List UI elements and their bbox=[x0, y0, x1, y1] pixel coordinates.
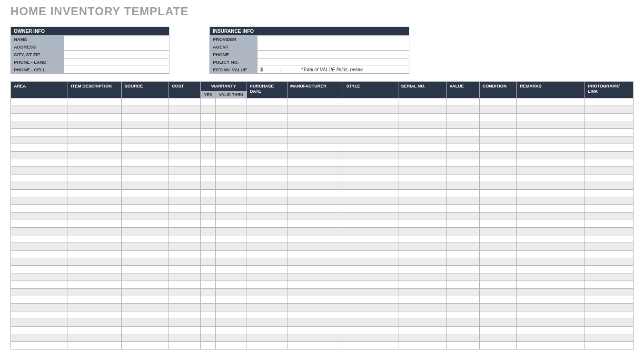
table-cell[interactable] bbox=[343, 341, 398, 349]
table-cell[interactable] bbox=[121, 212, 168, 220]
table-cell[interactable] bbox=[343, 212, 398, 220]
table-cell[interactable] bbox=[216, 296, 247, 303]
table-cell[interactable] bbox=[247, 128, 287, 136]
table-cell[interactable] bbox=[517, 166, 585, 174]
table-cell[interactable] bbox=[398, 281, 446, 288]
table-cell[interactable] bbox=[121, 144, 168, 151]
table-cell[interactable] bbox=[446, 98, 479, 106]
table-cell[interactable] bbox=[343, 128, 398, 136]
table-cell[interactable] bbox=[446, 220, 479, 227]
table-cell[interactable] bbox=[216, 189, 247, 197]
table-cell[interactable] bbox=[517, 136, 585, 144]
table-cell[interactable] bbox=[247, 311, 287, 319]
table-cell[interactable] bbox=[68, 288, 121, 296]
table-cell[interactable] bbox=[216, 212, 247, 220]
ins-agent-value[interactable] bbox=[258, 43, 409, 51]
table-cell[interactable] bbox=[169, 182, 201, 189]
table-cell[interactable] bbox=[517, 174, 585, 182]
table-cell[interactable] bbox=[343, 174, 398, 182]
table-cell[interactable] bbox=[216, 319, 247, 326]
table-cell[interactable] bbox=[11, 334, 68, 341]
table-cell[interactable] bbox=[585, 151, 633, 159]
table-cell[interactable] bbox=[585, 341, 633, 349]
table-cell[interactable] bbox=[11, 273, 68, 281]
table-cell[interactable] bbox=[247, 121, 287, 128]
table-cell[interactable] bbox=[343, 265, 398, 273]
table-cell[interactable] bbox=[343, 189, 398, 197]
table-cell[interactable] bbox=[169, 174, 201, 182]
table-cell[interactable] bbox=[398, 144, 446, 151]
table-cell[interactable] bbox=[343, 250, 398, 258]
table-cell[interactable] bbox=[169, 288, 201, 296]
table-cell[interactable] bbox=[121, 136, 168, 144]
table-cell[interactable] bbox=[479, 113, 516, 121]
table-cell[interactable] bbox=[517, 319, 585, 326]
table-cell[interactable] bbox=[446, 303, 479, 311]
table-cell[interactable] bbox=[216, 121, 247, 128]
table-cell[interactable] bbox=[200, 235, 215, 243]
table-cell[interactable] bbox=[517, 265, 585, 273]
table-cell[interactable] bbox=[200, 106, 215, 113]
table-cell[interactable] bbox=[287, 144, 343, 151]
table-cell[interactable] bbox=[479, 106, 516, 113]
table-cell[interactable] bbox=[479, 288, 516, 296]
table-cell[interactable] bbox=[216, 311, 247, 319]
table-cell[interactable] bbox=[446, 341, 479, 349]
table-cell[interactable] bbox=[479, 204, 516, 212]
table-cell[interactable] bbox=[287, 311, 343, 319]
table-cell[interactable] bbox=[169, 166, 201, 174]
table-cell[interactable] bbox=[287, 189, 343, 197]
table-cell[interactable] bbox=[287, 204, 343, 212]
table-cell[interactable] bbox=[121, 227, 168, 235]
table-cell[interactable] bbox=[398, 197, 446, 204]
table-cell[interactable] bbox=[479, 265, 516, 273]
table-cell[interactable] bbox=[479, 258, 516, 265]
owner-phone-cell-value[interactable] bbox=[64, 66, 169, 74]
table-cell[interactable] bbox=[446, 136, 479, 144]
table-cell[interactable] bbox=[68, 296, 121, 303]
table-cell[interactable] bbox=[446, 227, 479, 235]
table-cell[interactable] bbox=[216, 303, 247, 311]
table-cell[interactable] bbox=[11, 121, 68, 128]
table-cell[interactable] bbox=[287, 296, 343, 303]
table-cell[interactable] bbox=[68, 189, 121, 197]
table-cell[interactable] bbox=[479, 220, 516, 227]
table-cell[interactable] bbox=[585, 182, 633, 189]
table-cell[interactable] bbox=[343, 136, 398, 144]
table-cell[interactable] bbox=[585, 98, 633, 106]
table-cell[interactable] bbox=[11, 136, 68, 144]
table-cell[interactable] bbox=[68, 212, 121, 220]
table-cell[interactable] bbox=[479, 98, 516, 106]
table-cell[interactable] bbox=[398, 189, 446, 197]
table-cell[interactable] bbox=[68, 265, 121, 273]
table-cell[interactable] bbox=[11, 189, 68, 197]
table-cell[interactable] bbox=[200, 197, 215, 204]
table-cell[interactable] bbox=[398, 113, 446, 121]
table-cell[interactable] bbox=[517, 144, 585, 151]
table-cell[interactable] bbox=[343, 121, 398, 128]
table-cell[interactable] bbox=[200, 136, 215, 144]
table-cell[interactable] bbox=[68, 98, 121, 106]
table-cell[interactable] bbox=[446, 182, 479, 189]
table-cell[interactable] bbox=[479, 250, 516, 258]
table-cell[interactable] bbox=[479, 144, 516, 151]
table-cell[interactable] bbox=[585, 227, 633, 235]
table-cell[interactable] bbox=[200, 288, 215, 296]
table-cell[interactable] bbox=[68, 341, 121, 349]
table-cell[interactable] bbox=[287, 121, 343, 128]
table-cell[interactable] bbox=[343, 159, 398, 166]
table-cell[interactable] bbox=[398, 303, 446, 311]
table-cell[interactable] bbox=[68, 151, 121, 159]
table-cell[interactable] bbox=[200, 182, 215, 189]
table-cell[interactable] bbox=[11, 288, 68, 296]
table-cell[interactable] bbox=[517, 121, 585, 128]
table-cell[interactable] bbox=[169, 334, 201, 341]
table-cell[interactable] bbox=[517, 151, 585, 159]
table-cell[interactable] bbox=[247, 197, 287, 204]
table-cell[interactable] bbox=[287, 303, 343, 311]
table-cell[interactable] bbox=[169, 326, 201, 334]
table-cell[interactable] bbox=[247, 174, 287, 182]
table-cell[interactable] bbox=[121, 311, 168, 319]
table-cell[interactable] bbox=[200, 281, 215, 288]
table-cell[interactable] bbox=[585, 311, 633, 319]
